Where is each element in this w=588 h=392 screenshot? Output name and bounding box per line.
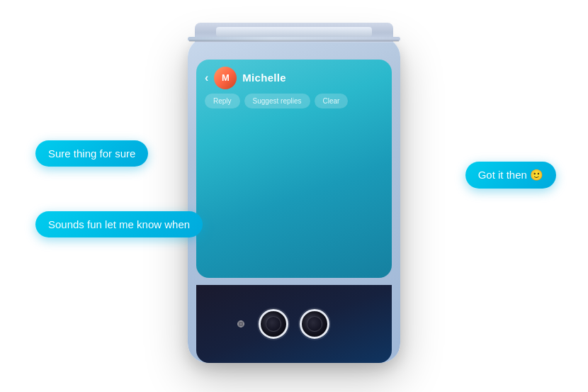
scene: Sure thing for sure Got it then 🙂 Sounds… [0, 0, 588, 392]
phone-device: ‹ M Michelle Reply Suggest replies Clear [174, 23, 414, 370]
message-bubble-2: Got it then 🙂 [465, 162, 556, 189]
quick-reply-reply[interactable]: Reply [205, 94, 240, 108]
back-button[interactable]: ‹ [205, 72, 208, 84]
camera-lens-left [259, 309, 288, 339]
hinge-line [189, 40, 399, 42]
contact-avatar: M [214, 67, 237, 89]
camera-flash [237, 320, 244, 327]
contact-name: Michelle [242, 72, 286, 84]
message-bubble-1: Sure thing for sure [35, 140, 148, 167]
message-area [196, 114, 392, 278]
quick-replies-bar: Reply Suggest replies Clear [196, 94, 392, 114]
phone-camera-section [196, 285, 392, 363]
quick-reply-clear[interactable]: Clear [315, 94, 349, 108]
phone-body: ‹ M Michelle Reply Suggest replies Clear [188, 37, 400, 363]
camera-lens-right [300, 309, 329, 339]
phone-screen: ‹ M Michelle Reply Suggest replies Clear [196, 60, 392, 278]
quick-reply-suggest[interactable]: Suggest replies [244, 94, 310, 108]
phone-header: ‹ M Michelle [196, 60, 392, 94]
